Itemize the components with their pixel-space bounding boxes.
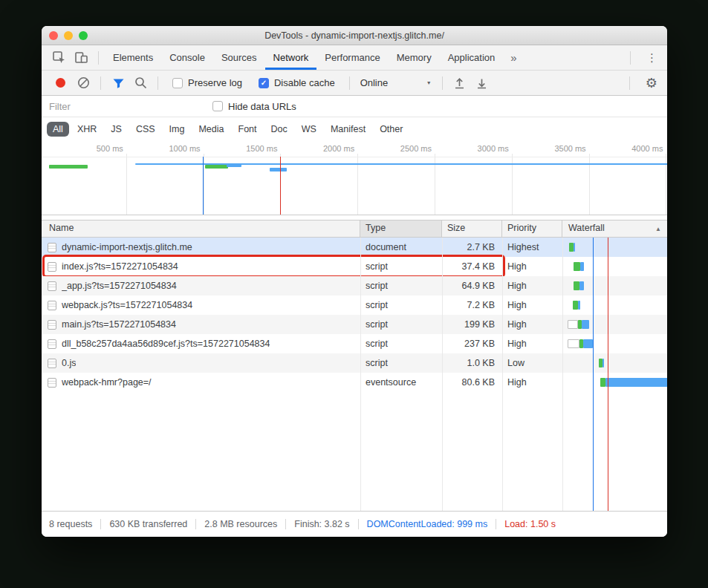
waterfall-segment-download xyxy=(603,359,604,368)
search-icon[interactable] xyxy=(129,74,152,93)
filter-row: Hide data URLs xyxy=(42,96,667,117)
waterfall-segment-download xyxy=(583,339,593,348)
request-waterfall xyxy=(562,315,667,334)
tab-elements[interactable]: Elements xyxy=(105,45,161,70)
tab-console[interactable]: Console xyxy=(161,45,213,70)
request-name-cell: _app.js?ts=1572271054834 xyxy=(42,276,360,295)
request-name-cell: main.js?ts=1572271054834 xyxy=(42,315,360,334)
status-transferred: 630 KB transferred xyxy=(101,519,196,529)
settings-gear-icon[interactable]: ⚙ xyxy=(636,75,667,91)
throttling-select[interactable]: Online ▼ xyxy=(360,77,432,88)
table-row[interactable]: webpack.js?ts=1572271054834script7.2 KBH… xyxy=(42,295,667,315)
request-priority: Highest xyxy=(502,238,562,257)
timeline-tick-label: 1500 ms xyxy=(225,144,277,153)
timeline-gridline xyxy=(126,154,127,215)
devtools-menu-button[interactable]: ⋮ xyxy=(637,51,667,65)
type-filter-other[interactable]: Other xyxy=(374,122,409,137)
column-header-name-label: Name xyxy=(49,223,74,233)
request-name: dynamic-import-nextjs.glitch.me xyxy=(62,238,192,257)
type-filter-media[interactable]: Media xyxy=(192,122,230,137)
waterfall-segment-download xyxy=(582,320,590,329)
request-size: 2.7 KB xyxy=(442,238,502,257)
tab-network[interactable]: Network xyxy=(265,45,317,70)
timeline-tick-label: 500 ms xyxy=(71,144,123,153)
column-header-size[interactable]: Size xyxy=(442,220,502,237)
request-waterfall xyxy=(562,295,667,315)
table-row[interactable]: _app.js?ts=1572271054834script64.9 KBHig… xyxy=(42,276,667,295)
type-filter-font[interactable]: Font xyxy=(233,122,263,137)
timeline-overview[interactable]: 500 ms1000 ms1500 ms2000 ms2500 ms3000 m… xyxy=(42,140,667,215)
minimize-window-button[interactable] xyxy=(64,31,73,40)
timeline-tick-label: 1000 ms xyxy=(149,144,201,153)
tab-performance[interactable]: Performance xyxy=(316,45,388,70)
type-filter-css[interactable]: CSS xyxy=(130,122,161,137)
zoom-window-button[interactable] xyxy=(79,31,88,40)
waterfall-segment-download xyxy=(574,243,575,252)
table-row[interactable]: dynamic-import-nextjs.glitch.medocument2… xyxy=(42,238,667,257)
request-size: 7.2 KB xyxy=(442,295,502,315)
import-har-icon[interactable] xyxy=(449,74,471,93)
request-type: script xyxy=(360,257,442,276)
preserve-log-checkbox[interactable]: Preserve log xyxy=(172,77,242,88)
request-priority: High xyxy=(502,315,562,334)
request-name-cell: dynamic-import-nextjs.glitch.me xyxy=(42,238,360,257)
type-filter-img[interactable]: Img xyxy=(163,122,191,137)
table-row[interactable]: main.js?ts=1572271054834script199 KBHigh xyxy=(42,315,667,334)
request-type: script xyxy=(360,295,442,315)
request-name: index.js?ts=1572271054834 xyxy=(62,257,178,276)
request-name-cell: 0.js xyxy=(42,353,360,373)
filter-input[interactable] xyxy=(49,96,198,117)
table-row[interactable]: webpack-hmr?page=/eventsource80.6 KBHigh xyxy=(42,373,667,392)
timeline-tick-label: 3500 ms xyxy=(534,144,586,153)
column-header-type[interactable]: Type xyxy=(360,220,442,237)
close-window-button[interactable] xyxy=(49,31,58,40)
request-name-cell: webpack-hmr?page=/ xyxy=(42,373,360,392)
separator xyxy=(98,51,99,65)
request-name: dll_b58c257da4aa56d89cef.js?ts=157227105… xyxy=(62,334,270,353)
disable-cache-checkbox[interactable]: ✓ Disable cache xyxy=(259,77,335,88)
record-button[interactable] xyxy=(56,78,65,88)
inspect-element-icon[interactable] xyxy=(48,48,70,68)
request-waterfall xyxy=(562,334,667,353)
request-name: main.js?ts=1572271054834 xyxy=(62,315,176,334)
tab-application[interactable]: Application xyxy=(440,45,504,70)
column-header-waterfall-label: Waterfall xyxy=(568,223,605,233)
table-row[interactable]: 0.jsscript1.0 KBLow xyxy=(42,353,667,373)
request-type: document xyxy=(360,238,442,257)
column-header-name[interactable]: Name xyxy=(42,220,360,237)
request-priority: High xyxy=(502,257,562,276)
hide-data-urls-checkbox[interactable]: Hide data URLs xyxy=(212,101,296,112)
devtools-window: DevTools - dynamic-import-nextjs.glitch.… xyxy=(42,26,667,537)
request-type: eventsource xyxy=(360,373,442,392)
request-priority: High xyxy=(502,373,562,392)
request-waterfall xyxy=(562,257,667,276)
type-filter-manifest[interactable]: Manifest xyxy=(325,122,371,137)
disable-cache-label: Disable cache xyxy=(274,77,335,88)
type-filter-js[interactable]: JS xyxy=(105,122,128,137)
hide-data-urls-checkbox-box xyxy=(212,101,223,111)
filter-funnel-icon[interactable] xyxy=(107,74,129,93)
request-priority: Low xyxy=(502,353,562,373)
file-icon xyxy=(48,301,56,310)
overview-bar-waiting xyxy=(205,165,228,169)
separator xyxy=(442,76,443,90)
type-filter-ws[interactable]: WS xyxy=(296,122,322,137)
device-toolbar-icon[interactable] xyxy=(70,48,92,68)
timeline-tick-label: 2000 ms xyxy=(302,144,354,153)
tab-memory[interactable]: Memory xyxy=(389,45,440,70)
table-row[interactable]: dll_b58c257da4aa56d89cef.js?ts=157227105… xyxy=(42,334,667,353)
more-tabs-button[interactable]: » xyxy=(503,51,524,64)
table-row[interactable]: index.js?ts=1572271054834script37.4 KBHi… xyxy=(42,257,667,276)
column-header-waterfall[interactable]: Waterfall▲ xyxy=(562,220,667,237)
tab-sources[interactable]: Sources xyxy=(213,45,265,70)
window-titlebar[interactable]: DevTools - dynamic-import-nextjs.glitch.… xyxy=(42,26,667,45)
network-toolbar: Preserve log ✓ Disable cache Online ▼ ⚙ xyxy=(42,71,667,96)
status-load: Load: 1.50 s xyxy=(496,519,564,529)
type-filter-xhr[interactable]: XHR xyxy=(71,122,103,137)
clear-icon[interactable] xyxy=(72,74,94,93)
type-filter-doc[interactable]: Doc xyxy=(265,122,293,137)
type-filter-all[interactable]: All xyxy=(47,122,69,137)
export-har-icon[interactable] xyxy=(471,74,493,93)
separator xyxy=(100,76,101,90)
column-header-priority[interactable]: Priority xyxy=(502,220,562,237)
